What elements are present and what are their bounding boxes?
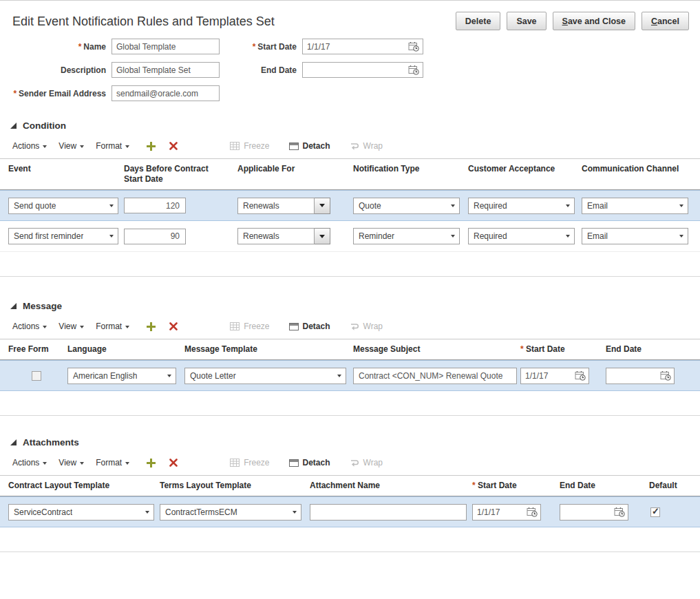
end-date-field [606,368,675,384]
column-header-attachment-name: Attachment Name [310,476,472,496]
actions-menu[interactable]: Actions [12,141,47,151]
default-checkbox[interactable] [650,507,660,517]
add-row-button[interactable] [147,142,156,151]
chevron-down-icon [43,145,47,148]
chevron-down-icon [566,235,570,238]
wrap-button: Wrap [350,458,383,467]
chevron-down-icon [80,145,84,148]
column-header-contract-layout-template: Contract Layout Template [8,476,160,496]
view-menu[interactable]: View [59,322,84,331]
cancel-button[interactable]: Cancel [641,12,689,30]
end-date-input[interactable] [303,65,407,75]
disclosure-triangle-icon[interactable] [10,302,17,310]
plus-icon [147,142,156,151]
delete-row-button[interactable] [169,142,178,150]
column-header-start-date: * Start Date [472,476,560,496]
terms-layout-template-select[interactable]: ContractTermsECM [160,504,301,521]
page-header: Edit Event Notification Rules and Templa… [0,1,700,34]
free-form-checkbox[interactable] [32,371,41,381]
disclosure-triangle-icon[interactable] [10,122,17,129]
name-input[interactable] [112,39,220,54]
description-label: Description [61,65,106,75]
detach-icon [289,322,299,330]
communication-channel-select[interactable]: Email [582,198,688,214]
column-header-message-template: Message Template [184,339,353,359]
delete-button[interactable]: Delete [456,12,501,30]
format-menu[interactable]: Format [96,322,129,331]
applicable-for-combo[interactable]: Renewals [237,198,353,214]
days-before-input[interactable] [124,229,186,244]
condition-section-header[interactable]: Condition [0,117,700,134]
contract-layout-template-select[interactable]: ServiceContract [8,504,154,521]
save-and-close-button[interactable]: Save and Close [553,12,635,30]
message-section-header[interactable]: Message [0,297,700,314]
column-header-days: Days Before Contract Start Date [124,159,237,189]
column-header-customer-acceptance: Customer Acceptance [468,159,582,189]
wrap-icon [350,142,359,150]
notification-type-select[interactable]: Quote [353,198,460,214]
end-date-input[interactable] [606,371,659,381]
actions-menu[interactable]: Actions [12,458,47,467]
attachments-row-1[interactable]: ServiceContract ContractTermsECM [0,496,700,527]
customer-acceptance-select[interactable]: Required [468,228,575,244]
communication-channel-select[interactable]: Email [582,228,688,244]
chevron-down-icon [109,204,114,207]
detach-button[interactable]: Detach [289,458,330,467]
disclosure-triangle-icon[interactable] [10,439,17,446]
sender-email-input[interactable] [112,85,220,101]
view-menu[interactable]: View [59,141,84,151]
language-select[interactable]: American English [67,368,176,384]
end-date-input[interactable] [560,507,613,517]
view-menu[interactable]: View [59,458,84,467]
calendar-icon[interactable] [574,370,586,381]
days-before-input[interactable] [124,198,186,213]
delete-row-button[interactable] [169,322,178,330]
plus-icon [147,322,156,331]
combo-dropdown-button[interactable] [315,228,330,244]
end-date-field [560,504,628,521]
detach-icon [289,142,299,150]
condition-row-1[interactable]: Send quote Renewals Quote Required Email [0,190,700,221]
chevron-down-icon [109,235,114,238]
message-template-select[interactable]: Quote Letter [184,368,346,384]
description-input[interactable] [112,62,220,78]
table-empty-area [0,252,700,277]
detach-button[interactable]: Detach [289,322,330,331]
add-row-button[interactable] [147,322,156,331]
attachment-name-input[interactable] [310,504,467,521]
calendar-icon[interactable] [659,370,672,381]
start-date-label: Start Date [257,42,297,52]
event-select[interactable]: Send first reminder [8,228,118,244]
wrap-button: Wrap [350,322,383,331]
event-select[interactable]: Send quote [8,198,118,214]
save-button[interactable]: Save [507,12,546,30]
start-date-input[interactable] [473,507,526,517]
condition-row-2[interactable]: Send first reminder Renewals Reminder Re… [0,221,700,252]
message-subject-input[interactable] [353,368,517,384]
delete-row-button[interactable] [169,459,178,467]
notification-type-select[interactable]: Reminder [353,228,460,244]
start-date-input[interactable] [303,42,407,52]
column-header-free-form: Free Form [8,339,67,359]
detach-button[interactable]: Detach [289,141,330,151]
message-row-1[interactable]: American English Quote Letter [0,360,700,391]
combo-dropdown-button[interactable] [315,198,330,214]
customer-acceptance-select[interactable]: Required [468,198,575,214]
format-menu[interactable]: Format [96,141,129,151]
calendar-icon[interactable] [407,41,420,52]
applicable-for-combo[interactable]: Renewals [237,228,353,244]
attachments-section-header[interactable]: Attachments [0,434,700,450]
calendar-icon[interactable] [613,506,626,518]
calendar-icon[interactable] [407,64,420,76]
format-menu[interactable]: Format [96,458,129,467]
end-date-label: End Date [261,65,297,75]
add-row-button[interactable] [147,459,156,467]
start-date-input[interactable] [521,371,574,381]
x-icon [169,142,178,150]
chevron-down-icon [43,326,47,328]
calendar-icon[interactable] [526,506,538,518]
wrap-icon [350,322,359,330]
condition-table-header: Event Days Before Contract Start Date Ap… [0,158,700,190]
actions-menu[interactable]: Actions [12,322,47,331]
start-date-field [520,368,589,384]
